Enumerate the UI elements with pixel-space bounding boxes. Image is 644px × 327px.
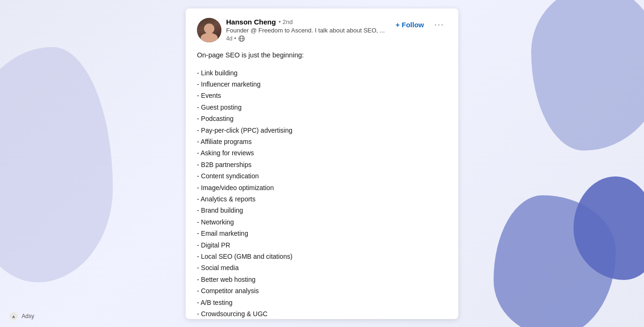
more-options-button[interactable]: ··· (432, 18, 447, 32)
globe-icon (238, 35, 245, 42)
avatar (197, 18, 221, 42)
list-item: - Image/video optimization (197, 182, 447, 193)
post-content: On-page SEO is just the beginning: - Lin… (197, 50, 447, 319)
list-item: - Local SEO (GMB and citations) (197, 251, 447, 262)
list-item: - Influencer marketing (197, 79, 447, 90)
adsy-icon: A (8, 311, 19, 321)
post-header: Hanson Cheng • 2nd Founder @ Freedom to … (197, 18, 447, 42)
post-time: 4d (226, 35, 232, 42)
header-actions: + Follow ··· (392, 18, 447, 32)
list-item: - Affiliate programs (197, 136, 447, 147)
avatar-image (197, 18, 221, 42)
meta-separator: • (234, 35, 236, 42)
post-intro: On-page SEO is just the beginning: (197, 50, 447, 61)
list-item: - Pay-per-click (PPC) advertising (197, 125, 447, 136)
svg-text:A: A (12, 315, 15, 319)
post-list: - Link building- Influencer marketing- E… (197, 67, 447, 319)
post-card: Hanson Cheng • 2nd Founder @ Freedom to … (186, 8, 458, 319)
list-item: - A/B testing (197, 297, 447, 308)
list-item: - Asking for reviews (197, 147, 447, 159)
list-item: - Content syndication (197, 170, 447, 182)
watermark-text: Adsy (22, 313, 34, 319)
list-item: - Competitor analysis (197, 285, 447, 296)
list-item: - B2B partnerships (197, 159, 447, 170)
list-item: - Brand building (197, 205, 447, 216)
user-connection: • 2nd (279, 18, 293, 25)
list-item: - Analytics & reports (197, 193, 447, 205)
list-item: - Better web hosting (197, 274, 447, 285)
watermark: A Adsy (8, 311, 34, 321)
list-item: - Social media (197, 262, 447, 273)
list-item: - Events (197, 90, 447, 101)
list-item: - Digital PR (197, 239, 447, 251)
list-item: - Podcasting (197, 113, 447, 124)
avatar-area: Hanson Cheng • 2nd Founder @ Freedom to … (197, 18, 385, 42)
post-meta: 4d • (226, 35, 385, 42)
user-title: Founder @ Freedom to Ascend. I talk abou… (226, 27, 385, 34)
list-item: - Networking (197, 216, 447, 228)
follow-button[interactable]: + Follow (392, 19, 428, 31)
user-info: Hanson Cheng • 2nd Founder @ Freedom to … (226, 18, 385, 42)
user-name-row: Hanson Cheng • 2nd (226, 18, 385, 26)
list-item: - Crowdsourcing & UGC (197, 308, 447, 319)
list-item: - Guest posting (197, 102, 447, 113)
list-item: - Email marketing (197, 228, 447, 239)
user-name: Hanson Cheng (226, 18, 276, 26)
list-item: - Link building (197, 67, 447, 79)
